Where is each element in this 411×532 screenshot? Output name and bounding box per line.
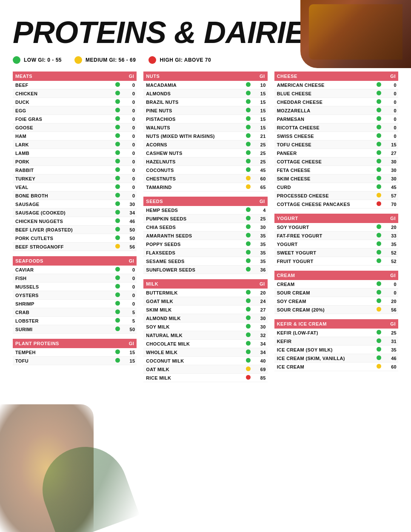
table-row: BEEF LIVER (ROASTED)50 xyxy=(13,226,137,234)
gi-value: 0 xyxy=(124,300,137,308)
table-row: MOZZARELLA0 xyxy=(274,106,398,115)
meats-table: MEATS GI BEEF0CHICKEN0DUCK0EGG0FOIE GRAS… xyxy=(13,72,137,251)
plant-gi-header: GI xyxy=(124,339,137,348)
gi-dot xyxy=(246,142,251,146)
table-row: EGG0 xyxy=(13,106,137,115)
nuts-header: NUTS xyxy=(143,72,242,81)
gi-dot xyxy=(246,241,251,246)
cheese-table: CHEESE GI AMERICAN CHEESE0BLUE CHEESE0CH… xyxy=(274,72,398,209)
milk-gi-dot-header xyxy=(242,279,255,289)
gi-dot-cell xyxy=(242,183,255,192)
gi-value: 50 xyxy=(124,234,137,243)
table-row: SWISS CHEESE0 xyxy=(274,132,398,140)
gi-dot-cell xyxy=(111,266,124,274)
food-name: SAUSAGE (COOKED) xyxy=(13,209,111,217)
food-name: BEEF STROGANOFF xyxy=(13,243,111,251)
milk-gi-header: GI xyxy=(255,279,268,289)
gi-value: 56 xyxy=(124,243,137,251)
food-name: CHEDDAR CHEESE xyxy=(274,98,373,106)
table-row: GOAT MILK24 xyxy=(143,297,267,306)
gi-dot-cell xyxy=(242,289,255,297)
table-row: FISH0 xyxy=(13,274,137,283)
seafoods-header: SEAFOODS xyxy=(13,256,111,266)
food-name: FOIE GRAS xyxy=(13,115,111,123)
food-name: COTTAGE CHEESE xyxy=(274,157,373,166)
gi-value: 0 xyxy=(385,106,398,115)
high-gi-icon xyxy=(148,56,156,64)
gi-dot-cell xyxy=(242,374,255,382)
table-row: SOY MILK30 xyxy=(143,323,267,331)
table-row: BONE BROTH0 xyxy=(13,192,137,200)
gi-dot-cell xyxy=(111,234,124,243)
gi-value: 0 xyxy=(385,98,398,106)
gi-value: 30 xyxy=(385,166,398,174)
table-row: PORK CUTLETS50 xyxy=(13,234,137,243)
gi-dot-cell xyxy=(111,123,124,132)
food-name: ICE CREAM (SOY MILK) xyxy=(274,346,373,354)
food-name: TEMPEH xyxy=(13,348,111,357)
gi-value: 0 xyxy=(124,81,137,89)
gi-dot xyxy=(377,224,381,229)
gi-value: 50 xyxy=(124,325,137,334)
gi-dot xyxy=(115,301,120,306)
table-row: PARMESAN0 xyxy=(274,115,398,123)
food-name: COTTAGE CHEESE PANCAKES xyxy=(274,200,373,209)
gi-value: 0 xyxy=(124,183,137,192)
gi-dot-cell xyxy=(242,206,255,215)
gi-value: 25 xyxy=(255,140,268,149)
table-row: TEMPEH15 xyxy=(13,348,137,357)
food-name: HAZELNUTS xyxy=(143,157,242,166)
food-name: LARK xyxy=(13,140,111,149)
gi-value: 45 xyxy=(255,166,268,174)
gi-value: 0 xyxy=(124,283,137,291)
food-name: SHRIMP xyxy=(13,300,111,308)
gi-value: 30 xyxy=(255,323,268,331)
food-name: PISTACHIOS xyxy=(143,115,242,123)
table-row: KEFIR31 xyxy=(274,337,398,346)
gi-dot xyxy=(246,224,251,229)
gi-dot xyxy=(115,201,120,206)
food-name: OYSTERS xyxy=(13,291,111,300)
food-name: DUCK xyxy=(13,98,111,106)
gi-dot xyxy=(246,167,251,172)
table-row: POPPY SEEDS35 xyxy=(143,240,267,249)
gi-dot-cell xyxy=(242,81,255,89)
table-row: COCONUTS45 xyxy=(143,166,267,174)
gi-dot-cell xyxy=(111,243,124,251)
gi-dot-cell xyxy=(111,308,124,317)
table-row: LOBSTER5 xyxy=(13,317,137,325)
gi-dot-cell xyxy=(111,226,124,234)
gi-dot xyxy=(115,133,120,138)
food-name: SOY MILK xyxy=(143,323,242,331)
table-row: SAUSAGE30 xyxy=(13,200,137,209)
table-row: BEEF0 xyxy=(13,81,137,89)
table-row: TURKEY0 xyxy=(13,174,137,183)
table-row: KEFIR (LOW-FAT)25 xyxy=(274,329,398,337)
table-row: SWEET YOGURT52 xyxy=(274,249,398,257)
table-row: ICE CREAM (SOY MILK)35 xyxy=(274,346,398,354)
table-row: DUCK0 xyxy=(13,98,137,106)
table-row: WHOLE MILK34 xyxy=(143,348,267,357)
cheese-gi-dot-header xyxy=(373,72,385,81)
gi-dot-cell xyxy=(111,317,124,325)
gi-dot-cell xyxy=(111,283,124,291)
food-name: CASHEW NUTS xyxy=(143,149,242,157)
gi-dot xyxy=(115,284,120,289)
gi-value: 10 xyxy=(255,81,268,89)
food-name: COCONUTS xyxy=(143,166,242,174)
food-name: SUNFLOWER SEEDS xyxy=(143,266,242,274)
gi-dot xyxy=(115,235,120,240)
gi-dot xyxy=(115,99,120,104)
gi-dot xyxy=(377,355,381,360)
table-row: COCONUT MILK40 xyxy=(143,357,267,365)
gi-dot xyxy=(115,184,120,189)
gi-dot-cell xyxy=(111,149,124,157)
table-row: SESAME SEEDS35 xyxy=(143,257,267,266)
gi-dot xyxy=(115,326,120,331)
gi-dot xyxy=(377,298,381,303)
gi-dot-cell xyxy=(111,174,124,183)
food-name: BRAZIL NUTS xyxy=(143,98,242,106)
table-row: CRAB5 xyxy=(13,308,137,317)
table-row: NUTS (MIXED WITH RAISINS)21 xyxy=(143,132,267,140)
table-row: COTTAGE CHEESE30 xyxy=(274,157,398,166)
